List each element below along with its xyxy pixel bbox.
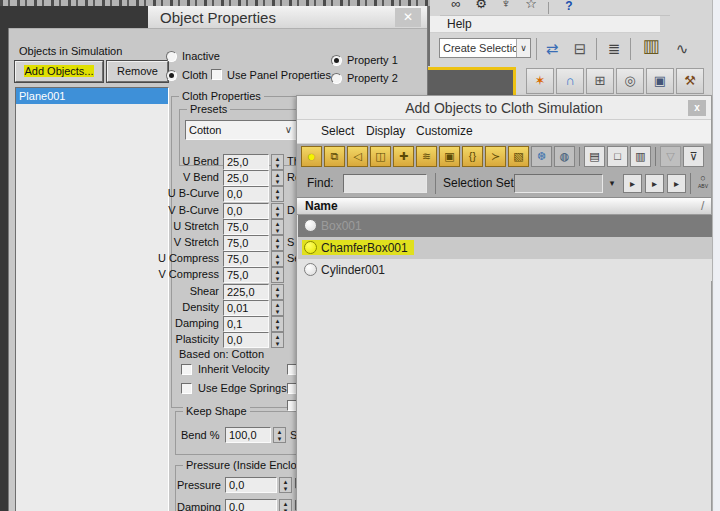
presets-dropdown[interactable]: Cotton ∨ xyxy=(185,120,297,140)
param-field[interactable]: 0,0 xyxy=(223,186,269,202)
inherit-velocity-checkbox[interactable] xyxy=(181,364,192,375)
chevron-down-icon[interactable]: ∨ xyxy=(516,39,530,57)
curve-editor-icon[interactable]: ∿ xyxy=(670,38,694,60)
tab-hierarchy[interactable]: ⊞ xyxy=(586,68,614,94)
display-spacewarps-icon[interactable]: ≋ xyxy=(416,146,437,167)
param-field[interactable]: 25,0 xyxy=(223,170,269,186)
favorites-star-icon[interactable]: ☆ xyxy=(520,0,542,15)
antenna-icon[interactable]: ♆ xyxy=(495,0,517,15)
select-invert-icon[interactable]: ▸ xyxy=(667,174,686,193)
display-geometry-icon[interactable]: ● xyxy=(301,146,322,167)
spinner[interactable] xyxy=(271,186,284,202)
find-input[interactable] xyxy=(343,174,427,193)
list-view-icon[interactable]: ▤ xyxy=(584,146,605,167)
add-objects-titlebar[interactable]: Add Objects to Cloth Simulation xyxy=(297,96,711,120)
tab-modify[interactable]: ∩ xyxy=(556,68,584,94)
align-icon[interactable]: ⊟ xyxy=(568,38,592,60)
select-none-icon[interactable]: ▸ xyxy=(645,174,664,193)
param-field[interactable]: 225,0 xyxy=(223,284,269,300)
help-icon[interactable]: ? xyxy=(558,0,580,16)
param-field[interactable]: 75,0 xyxy=(223,219,269,235)
display-lights-icon[interactable]: ◁ xyxy=(347,146,368,167)
select-all-icon[interactable]: ▸ xyxy=(623,174,642,193)
sort-indicator-fragment: / xyxy=(701,199,704,213)
display-hidden-icon[interactable]: ◍ xyxy=(554,146,575,167)
spinner[interactable] xyxy=(271,316,284,332)
list-item-cylinder001[interactable]: Cylinder001 xyxy=(298,259,712,281)
object-name: Cylinder001 xyxy=(321,263,385,277)
menu-display[interactable]: Display xyxy=(366,124,405,138)
find-icon[interactable]: ∞ xyxy=(445,0,467,15)
param-field[interactable]: 0,0 xyxy=(223,203,269,219)
spinner[interactable] xyxy=(271,251,284,267)
spinner[interactable] xyxy=(271,219,284,235)
pressure-field[interactable]: 0,0 xyxy=(225,477,277,493)
display-bones-icon[interactable]: ≻ xyxy=(485,146,506,167)
spinner[interactable] xyxy=(271,267,284,283)
param-label: U B-Curve xyxy=(9,187,219,199)
name-column-header[interactable]: Name / xyxy=(297,198,711,215)
spinner[interactable] xyxy=(271,284,284,300)
tab-create[interactable]: ✶ xyxy=(526,68,554,94)
close-icon[interactable]: ✕ xyxy=(395,8,421,27)
active-viewport-corner[interactable] xyxy=(420,67,516,95)
spinner[interactable] xyxy=(279,477,292,493)
spinner[interactable] xyxy=(271,300,284,316)
filter-icon[interactable]: ▽ xyxy=(660,146,681,167)
list-item-box001[interactable]: Box001 xyxy=(298,215,712,237)
spinner[interactable] xyxy=(271,203,284,219)
tab-motion[interactable]: ◎ xyxy=(616,68,644,94)
chevron-down-icon[interactable]: ∨ xyxy=(285,121,292,139)
spinner[interactable] xyxy=(271,154,284,170)
display-xrefs-icon[interactable]: {} xyxy=(462,146,483,167)
param-field[interactable]: 25,0 xyxy=(223,154,269,170)
column-view-icon[interactable]: ▥ xyxy=(630,146,651,167)
cloth-radio[interactable] xyxy=(166,70,177,81)
spinner[interactable] xyxy=(271,235,284,251)
use-panel-properties-checkbox[interactable] xyxy=(211,69,222,80)
menu-customize[interactable]: Customize xyxy=(416,124,473,138)
inactive-radio[interactable] xyxy=(166,51,177,62)
chevron-down-icon[interactable]: ▾ xyxy=(606,176,618,191)
close-icon[interactable]: x xyxy=(688,100,706,116)
mirror-icon[interactable]: ⇄ xyxy=(540,38,564,60)
filter-combinations-icon[interactable]: ⊽ xyxy=(683,146,704,167)
spinner[interactable] xyxy=(273,427,286,443)
use-edge-springs-checkbox[interactable] xyxy=(181,383,192,394)
search-abv-icon[interactable]: ○ ABV xyxy=(694,174,712,193)
display-containers-icon[interactable]: ▧ xyxy=(508,146,529,167)
menu-help[interactable]: Help xyxy=(447,17,472,31)
blank-view-icon[interactable]: □ xyxy=(607,146,628,167)
layer-manager-icon[interactable]: ≣ xyxy=(602,38,626,60)
named-selection-set-combo[interactable]: Create Selection Se ∨ xyxy=(439,38,531,58)
display-shapes-icon[interactable]: ⧉ xyxy=(324,146,345,167)
remove-button[interactable]: Remove xyxy=(107,61,168,82)
tab-utilities[interactable]: ⚒ xyxy=(676,68,704,94)
add-objects-button[interactable]: Add Objects... xyxy=(15,61,103,82)
param-field[interactable]: 0,1 xyxy=(223,316,269,332)
param-field[interactable]: 75,0 xyxy=(223,267,269,283)
spinner[interactable] xyxy=(271,332,284,348)
list-item-chamferbox001[interactable]: ChamferBox001 xyxy=(298,237,712,259)
display-frozen-icon[interactable]: ❆ xyxy=(531,146,552,167)
menu-select[interactable]: Select xyxy=(321,124,354,138)
display-groups-icon[interactable]: ▣ xyxy=(439,146,460,167)
display-helpers-icon[interactable]: ✚ xyxy=(393,146,414,167)
bend-percent-field[interactable]: 100,0 xyxy=(225,427,271,443)
selection-set-dropdown[interactable] xyxy=(514,174,603,193)
toolbox-lightbulb-icon[interactable]: ▥ xyxy=(636,35,666,62)
spinner[interactable] xyxy=(279,499,292,511)
property2-radio[interactable] xyxy=(331,73,342,84)
display-cameras-icon[interactable]: ◫ xyxy=(370,146,391,167)
main-toolbar: Create Selection Se ∨ ⇄ ⊟ ≣ ▥ ∿ xyxy=(430,33,714,66)
property1-radio[interactable] xyxy=(331,55,342,66)
param-field[interactable]: 75,0 xyxy=(223,235,269,251)
spinner[interactable] xyxy=(271,170,284,186)
param-field[interactable]: 0,0 xyxy=(223,332,269,348)
wrench-icon[interactable]: ⚙ xyxy=(470,0,492,15)
pressure-damping-field[interactable]: 0,0 xyxy=(225,499,277,511)
param-field[interactable]: 75,0 xyxy=(223,251,269,267)
tab-display[interactable]: ▣ xyxy=(646,68,674,94)
param-field[interactable]: 0,01 xyxy=(223,300,269,316)
list-item[interactable]: Plane001 xyxy=(16,88,168,104)
